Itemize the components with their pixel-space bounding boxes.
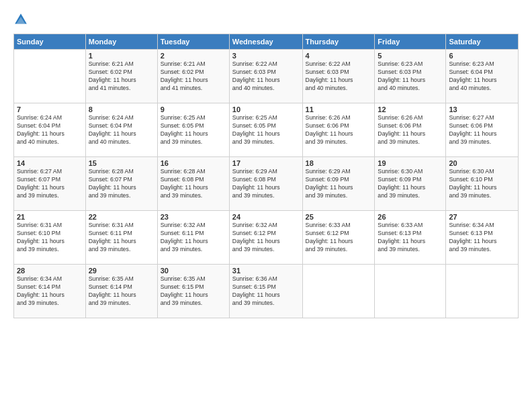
day-info: Sunrise: 6:33 AM Sunset: 6:12 PM Dayligh… bbox=[306, 222, 372, 254]
week-row-1: 7Sunrise: 6:24 AM Sunset: 6:04 PM Daylig… bbox=[14, 103, 519, 157]
day-cell: 13Sunrise: 6:27 AM Sunset: 6:06 PM Dayli… bbox=[446, 103, 519, 157]
day-number: 15 bbox=[89, 159, 154, 167]
week-row-2: 14Sunrise: 6:27 AM Sunset: 6:07 PM Dayli… bbox=[14, 157, 519, 211]
day-cell: 15Sunrise: 6:28 AM Sunset: 6:07 PM Dayli… bbox=[85, 157, 157, 211]
day-info: Sunrise: 6:35 AM Sunset: 6:15 PM Dayligh… bbox=[161, 275, 226, 308]
day-info: Sunrise: 6:23 AM Sunset: 6:03 PM Dayligh… bbox=[378, 60, 443, 93]
day-info: Sunrise: 6:35 AM Sunset: 6:14 PM Dayligh… bbox=[89, 275, 154, 308]
day-info: Sunrise: 6:29 AM Sunset: 6:08 PM Dayligh… bbox=[232, 168, 300, 200]
day-number: 17 bbox=[232, 159, 300, 167]
day-info: Sunrise: 6:33 AM Sunset: 6:13 PM Dayligh… bbox=[378, 222, 443, 254]
day-cell: 2Sunrise: 6:21 AM Sunset: 6:02 PM Daylig… bbox=[157, 50, 229, 103]
day-number: 2 bbox=[161, 52, 226, 60]
day-cell: 24Sunrise: 6:32 AM Sunset: 6:12 PM Dayli… bbox=[229, 211, 302, 265]
day-number: 27 bbox=[449, 213, 515, 221]
day-info: Sunrise: 6:24 AM Sunset: 6:04 PM Dayligh… bbox=[89, 114, 154, 146]
day-info: Sunrise: 6:26 AM Sunset: 6:06 PM Dayligh… bbox=[306, 114, 372, 146]
day-info: Sunrise: 6:31 AM Sunset: 6:11 PM Dayligh… bbox=[89, 222, 154, 254]
day-number: 26 bbox=[378, 213, 443, 221]
day-cell: 18Sunrise: 6:29 AM Sunset: 6:09 PM Dayli… bbox=[302, 157, 375, 211]
week-row-4: 28Sunrise: 6:34 AM Sunset: 6:14 PM Dayli… bbox=[14, 265, 519, 318]
day-info: Sunrise: 6:22 AM Sunset: 6:03 PM Dayligh… bbox=[306, 60, 372, 93]
day-info: Sunrise: 6:32 AM Sunset: 6:12 PM Dayligh… bbox=[232, 222, 300, 254]
day-number: 9 bbox=[161, 105, 226, 113]
day-cell: 11Sunrise: 6:26 AM Sunset: 6:06 PM Dayli… bbox=[302, 103, 375, 157]
day-cell bbox=[446, 265, 519, 318]
day-info: Sunrise: 6:25 AM Sunset: 6:05 PM Dayligh… bbox=[232, 114, 300, 146]
day-number: 18 bbox=[306, 159, 372, 167]
day-number: 13 bbox=[449, 105, 515, 113]
col-header-saturday: Saturday bbox=[446, 34, 519, 50]
day-cell: 28Sunrise: 6:34 AM Sunset: 6:14 PM Dayli… bbox=[14, 265, 86, 318]
day-cell: 6Sunrise: 6:23 AM Sunset: 6:04 PM Daylig… bbox=[446, 50, 519, 103]
day-cell: 29Sunrise: 6:35 AM Sunset: 6:14 PM Dayli… bbox=[85, 265, 157, 318]
day-info: Sunrise: 6:21 AM Sunset: 6:02 PM Dayligh… bbox=[161, 60, 226, 93]
day-number: 10 bbox=[232, 105, 300, 113]
day-cell: 31Sunrise: 6:36 AM Sunset: 6:15 PM Dayli… bbox=[229, 265, 302, 318]
day-cell bbox=[14, 50, 86, 103]
day-cell: 12Sunrise: 6:26 AM Sunset: 6:06 PM Dayli… bbox=[375, 103, 446, 157]
day-info: Sunrise: 6:28 AM Sunset: 6:07 PM Dayligh… bbox=[89, 168, 154, 200]
day-info: Sunrise: 6:26 AM Sunset: 6:06 PM Dayligh… bbox=[378, 114, 443, 146]
day-cell: 8Sunrise: 6:24 AM Sunset: 6:04 PM Daylig… bbox=[85, 103, 157, 157]
day-number: 5 bbox=[378, 52, 443, 60]
day-cell: 26Sunrise: 6:33 AM Sunset: 6:13 PM Dayli… bbox=[375, 211, 446, 265]
logo bbox=[13, 12, 30, 27]
day-cell: 21Sunrise: 6:31 AM Sunset: 6:10 PM Dayli… bbox=[14, 211, 86, 265]
week-row-0: 1Sunrise: 6:21 AM Sunset: 6:02 PM Daylig… bbox=[14, 50, 519, 103]
day-info: Sunrise: 6:22 AM Sunset: 6:03 PM Dayligh… bbox=[232, 60, 300, 93]
day-info: Sunrise: 6:27 AM Sunset: 6:07 PM Dayligh… bbox=[17, 168, 83, 200]
page: SundayMondayTuesdayWednesdayThursdayFrid… bbox=[0, 0, 532, 411]
day-info: Sunrise: 6:21 AM Sunset: 6:02 PM Dayligh… bbox=[89, 60, 154, 93]
calendar: SundayMondayTuesdayWednesdayThursdayFrid… bbox=[13, 34, 519, 318]
week-row-3: 21Sunrise: 6:31 AM Sunset: 6:10 PM Dayli… bbox=[14, 211, 519, 265]
day-cell: 22Sunrise: 6:31 AM Sunset: 6:11 PM Dayli… bbox=[85, 211, 157, 265]
day-info: Sunrise: 6:29 AM Sunset: 6:09 PM Dayligh… bbox=[306, 168, 372, 200]
day-number: 25 bbox=[306, 213, 372, 221]
day-number: 24 bbox=[232, 213, 300, 221]
day-cell: 9Sunrise: 6:25 AM Sunset: 6:05 PM Daylig… bbox=[157, 103, 229, 157]
col-header-sunday: Sunday bbox=[14, 34, 86, 50]
header bbox=[13, 12, 519, 27]
day-info: Sunrise: 6:34 AM Sunset: 6:14 PM Dayligh… bbox=[17, 275, 83, 308]
header-row: SundayMondayTuesdayWednesdayThursdayFrid… bbox=[14, 34, 519, 50]
day-info: Sunrise: 6:30 AM Sunset: 6:10 PM Dayligh… bbox=[449, 168, 515, 200]
day-number: 1 bbox=[89, 52, 154, 60]
day-number: 11 bbox=[306, 105, 372, 113]
day-cell: 20Sunrise: 6:30 AM Sunset: 6:10 PM Dayli… bbox=[446, 157, 519, 211]
day-cell: 1Sunrise: 6:21 AM Sunset: 6:02 PM Daylig… bbox=[85, 50, 157, 103]
day-number: 19 bbox=[378, 159, 443, 167]
day-number: 12 bbox=[378, 105, 443, 113]
day-info: Sunrise: 6:36 AM Sunset: 6:15 PM Dayligh… bbox=[232, 275, 300, 308]
day-number: 30 bbox=[161, 267, 226, 275]
day-cell: 16Sunrise: 6:28 AM Sunset: 6:08 PM Dayli… bbox=[157, 157, 229, 211]
day-cell: 4Sunrise: 6:22 AM Sunset: 6:03 PM Daylig… bbox=[302, 50, 375, 103]
day-number: 3 bbox=[232, 52, 300, 60]
day-cell bbox=[302, 265, 375, 318]
day-number: 7 bbox=[17, 105, 83, 113]
day-info: Sunrise: 6:24 AM Sunset: 6:04 PM Dayligh… bbox=[17, 114, 83, 146]
day-cell bbox=[375, 265, 446, 318]
day-number: 6 bbox=[449, 52, 515, 60]
day-number: 28 bbox=[17, 267, 83, 275]
day-info: Sunrise: 6:25 AM Sunset: 6:05 PM Dayligh… bbox=[161, 114, 226, 146]
col-header-tuesday: Tuesday bbox=[157, 34, 229, 50]
day-info: Sunrise: 6:23 AM Sunset: 6:04 PM Dayligh… bbox=[449, 60, 515, 93]
col-header-thursday: Thursday bbox=[302, 34, 375, 50]
day-cell: 5Sunrise: 6:23 AM Sunset: 6:03 PM Daylig… bbox=[375, 50, 446, 103]
day-cell: 23Sunrise: 6:32 AM Sunset: 6:11 PM Dayli… bbox=[157, 211, 229, 265]
day-number: 4 bbox=[306, 52, 372, 60]
day-number: 8 bbox=[89, 105, 154, 113]
day-number: 22 bbox=[89, 213, 154, 221]
logo-icon bbox=[13, 12, 28, 27]
col-header-wednesday: Wednesday bbox=[229, 34, 302, 50]
day-cell: 17Sunrise: 6:29 AM Sunset: 6:08 PM Dayli… bbox=[229, 157, 302, 211]
day-info: Sunrise: 6:30 AM Sunset: 6:09 PM Dayligh… bbox=[378, 168, 443, 200]
day-number: 23 bbox=[161, 213, 226, 221]
day-cell: 7Sunrise: 6:24 AM Sunset: 6:04 PM Daylig… bbox=[14, 103, 86, 157]
day-cell: 30Sunrise: 6:35 AM Sunset: 6:15 PM Dayli… bbox=[157, 265, 229, 318]
day-number: 20 bbox=[449, 159, 515, 167]
day-info: Sunrise: 6:28 AM Sunset: 6:08 PM Dayligh… bbox=[161, 168, 226, 200]
calendar-header: SundayMondayTuesdayWednesdayThursdayFrid… bbox=[14, 34, 519, 50]
col-header-monday: Monday bbox=[85, 34, 157, 50]
